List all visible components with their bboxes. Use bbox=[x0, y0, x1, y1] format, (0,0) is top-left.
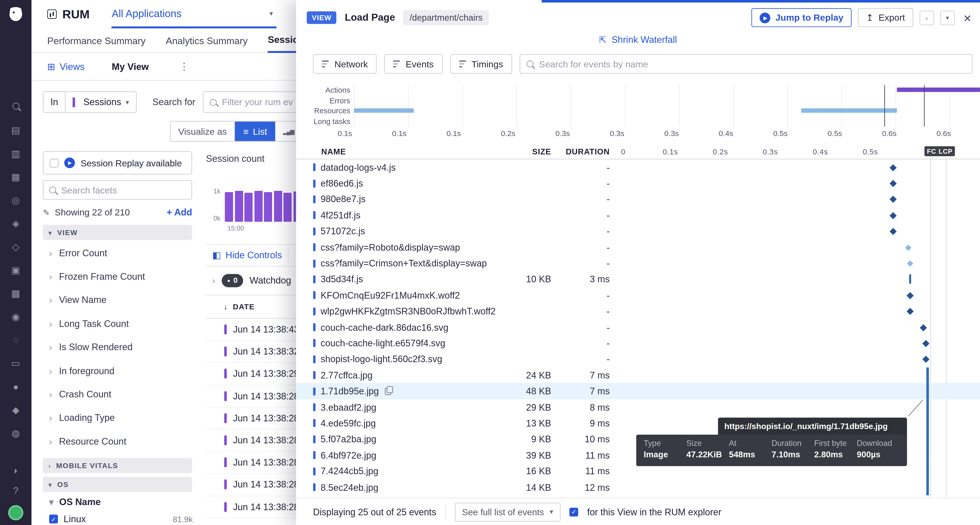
event-marker[interactable] bbox=[905, 245, 911, 250]
jump-to-replay-button[interactable]: ▶ Jump to Replay bbox=[752, 8, 852, 27]
event-row[interactable]: 3d5d34f.js 10 KB 3 ms bbox=[296, 271, 980, 287]
event-row[interactable]: css?family=Crimson+Text&display=swap - bbox=[296, 255, 980, 271]
session-count-chart[interactable] bbox=[225, 189, 307, 221]
previous-event-button[interactable]: ▲ bbox=[920, 11, 934, 25]
event-row[interactable]: 2.77cffca.jpg 24 KB 7 ms bbox=[296, 367, 980, 383]
linux-checkbox[interactable]: ✓ bbox=[49, 514, 58, 523]
facet-item[interactable]: › Resource Count bbox=[43, 430, 192, 453]
export-button[interactable]: ↥ Export bbox=[858, 8, 913, 27]
close-icon[interactable]: × bbox=[963, 11, 971, 24]
event-row[interactable]: wlp2gwHKFkZgtmSR3NB0oRJfbwhT.woff2 - bbox=[296, 303, 980, 319]
event-row[interactable]: couch-cache-dark.86dac16.svg - bbox=[296, 319, 980, 336]
filter-button[interactable]: Events bbox=[384, 54, 442, 74]
infrastructure-icon[interactable]: ▤ bbox=[11, 125, 20, 135]
notebooks-icon[interactable]: ▭ bbox=[11, 358, 20, 369]
event-row[interactable]: shopist-logo-light.560c2f3.svg - bbox=[296, 351, 980, 367]
my-view-label[interactable]: My View bbox=[112, 61, 149, 72]
event-row[interactable]: 571072c.js - bbox=[296, 223, 980, 239]
datadog-logo[interactable] bbox=[6, 5, 25, 24]
monitors-icon[interactable]: ◎ bbox=[12, 195, 20, 205]
facet-item[interactable]: › Loading Type bbox=[43, 406, 192, 430]
facet-search-input[interactable] bbox=[61, 185, 186, 195]
tab[interactable]: Performance Summary bbox=[47, 28, 145, 52]
facet-option-linux[interactable]: ✓ Linux 81.9k bbox=[49, 514, 193, 524]
event-row[interactable]: 4f251df.js - bbox=[296, 207, 980, 223]
event-marker[interactable] bbox=[909, 275, 911, 284]
shrink-waterfall-link[interactable]: ⇱ Shrink Waterfall bbox=[296, 32, 980, 48]
facet-item[interactable]: › Error Count bbox=[43, 241, 192, 265]
event-marker[interactable] bbox=[926, 431, 929, 447]
facet-item[interactable]: › Crash Count bbox=[43, 383, 192, 406]
visualize-list-button[interactable]: ≡ List bbox=[235, 121, 275, 141]
name-column-header[interactable]: NAME bbox=[321, 146, 521, 156]
duration-column-header[interactable]: DURATION bbox=[551, 146, 610, 156]
views-button[interactable]: ⊞ Views bbox=[47, 61, 84, 72]
event-marker[interactable] bbox=[926, 383, 929, 399]
session-replay-filter[interactable]: ▶ Session Replay available bbox=[43, 151, 192, 174]
summary-waterfall[interactable] bbox=[354, 85, 980, 127]
facet-item[interactable]: › Is Slow Rendered bbox=[43, 336, 192, 359]
event-row[interactable]: 8.5ec24eb.jpg 14 KB 12 ms bbox=[296, 479, 980, 495]
synthetics-icon[interactable]: ◇ bbox=[12, 241, 19, 252]
facet-os-name[interactable]: ▾ OS Name bbox=[43, 497, 101, 507]
filter-button[interactable]: Network bbox=[313, 54, 377, 74]
event-row[interactable]: 3.ebaadf2.jpg 29 KB 8 ms bbox=[296, 399, 980, 415]
watchdog-icon[interactable]: ● bbox=[13, 381, 19, 392]
search-icon[interactable] bbox=[12, 101, 19, 112]
session-replay-checkbox[interactable] bbox=[50, 159, 59, 167]
facet-item[interactable]: › In foreground bbox=[43, 359, 192, 383]
dashboards-icon[interactable]: ▦ bbox=[11, 171, 20, 182]
section-os[interactable]: ▾ OS bbox=[43, 477, 192, 492]
help-icon[interactable]: ? bbox=[13, 485, 18, 496]
scope-dropdown[interactable]: ▍ Sessions ▾ bbox=[66, 92, 136, 112]
apm-icon[interactable]: ◈ bbox=[12, 218, 19, 229]
security-icon[interactable]: ◉ bbox=[12, 311, 20, 322]
scope-checkbox[interactable]: ✓ bbox=[570, 508, 579, 516]
event-marker[interactable] bbox=[926, 463, 929, 479]
event-marker[interactable] bbox=[890, 164, 896, 171]
event-marker[interactable] bbox=[907, 308, 914, 315]
chat-icon[interactable]: ◗ bbox=[13, 465, 19, 476]
events-icon[interactable]: ▥ bbox=[11, 148, 20, 159]
application-selector[interactable]: All Applications ▾ bbox=[112, 0, 277, 28]
integrations-icon[interactable]: ◌ bbox=[13, 335, 19, 345]
ci-icon[interactable]: ◆ bbox=[12, 404, 19, 415]
event-row[interactable]: css?family=Roboto&display=swap - bbox=[296, 239, 980, 256]
logs-icon[interactable]: ▩ bbox=[11, 288, 20, 299]
event-marker[interactable] bbox=[923, 340, 929, 347]
event-marker[interactable] bbox=[926, 399, 929, 415]
size-column-header[interactable]: SIZE bbox=[521, 146, 551, 156]
event-row[interactable]: KFOmCnqEu92Fr1Mu4mxK.woff2 - bbox=[296, 287, 980, 304]
event-marker[interactable] bbox=[907, 260, 913, 266]
copy-icon[interactable] bbox=[385, 388, 391, 395]
rum-nav-icon[interactable]: ▣ bbox=[11, 265, 20, 275]
event-marker[interactable] bbox=[890, 212, 896, 219]
event-row[interactable]: 980e8e7.js - bbox=[296, 191, 980, 207]
event-marker[interactable] bbox=[920, 324, 927, 331]
event-row[interactable]: 1.71db95e.jpg 48 KB 7 ms bbox=[296, 383, 980, 399]
hide-controls-link[interactable]: ◧ Hide Controls bbox=[212, 249, 282, 260]
event-search-input[interactable] bbox=[539, 59, 966, 69]
event-row[interactable]: couch-cache-light.e6579f4.svg - bbox=[296, 336, 980, 352]
settings-icon[interactable]: ◍ bbox=[12, 428, 20, 439]
event-marker[interactable] bbox=[926, 415, 929, 431]
event-row[interactable]: datadog-logs-v4.js - bbox=[296, 159, 980, 175]
facet-item[interactable]: › View Name bbox=[43, 288, 192, 312]
event-marker[interactable] bbox=[926, 447, 929, 463]
event-marker[interactable] bbox=[890, 228, 897, 235]
next-event-button[interactable]: ▼ bbox=[940, 11, 955, 25]
section-view[interactable]: ▾ VIEW bbox=[43, 225, 192, 240]
facet-item[interactable]: › Long Task Count bbox=[43, 312, 192, 336]
event-marker[interactable] bbox=[926, 367, 929, 383]
tab[interactable]: Analytics Summary bbox=[165, 28, 248, 52]
event-marker[interactable] bbox=[890, 180, 896, 186]
facet-item[interactable]: › Frozen Frame Count bbox=[43, 265, 192, 288]
filter-button[interactable]: Timings bbox=[450, 54, 512, 74]
kebab-menu-icon[interactable]: ⋮ bbox=[179, 60, 189, 73]
event-marker[interactable] bbox=[907, 292, 914, 299]
section-mobile-vitals[interactable]: › MOBILE VITALS bbox=[43, 458, 192, 473]
event-marker[interactable] bbox=[890, 196, 896, 203]
event-row[interactable]: ef86ed6.js - bbox=[296, 175, 980, 191]
event-marker[interactable] bbox=[926, 479, 929, 495]
user-avatar[interactable] bbox=[8, 505, 23, 520]
